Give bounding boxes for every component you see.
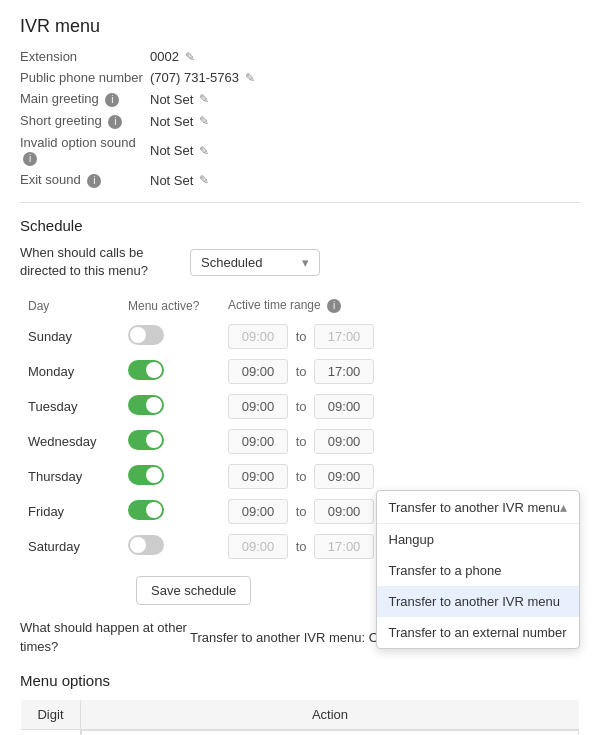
main-greeting-label: Main greeting i xyxy=(20,91,150,107)
short-greeting-info-icon[interactable]: i xyxy=(108,115,122,129)
time-from-input[interactable] xyxy=(228,394,288,419)
exit-sound-info-icon[interactable]: i xyxy=(87,174,101,188)
day-toggle[interactable] xyxy=(128,360,164,380)
menu-options-table: Digit Action 1 Play a recording Transfer… xyxy=(20,699,580,735)
dropdown-header-text: Transfer to another IVR menu xyxy=(389,500,561,515)
invalid-option-info-icon[interactable]: i xyxy=(23,152,37,166)
col-digit: Digit xyxy=(21,699,81,729)
public-phone-edit-icon[interactable]: ✎ xyxy=(245,71,255,85)
day-name: Monday xyxy=(20,354,120,389)
exit-sound-label: Exit sound i xyxy=(20,172,150,188)
time-from-input xyxy=(228,324,288,349)
day-toggle-cell xyxy=(120,389,220,424)
exit-sound-row: Exit sound i Not Set ✎ xyxy=(20,172,580,188)
main-greeting-edit-icon[interactable]: ✎ xyxy=(199,92,209,106)
col-day: Day xyxy=(20,294,120,319)
time-to-input[interactable] xyxy=(314,359,374,384)
schedule-question-row: When should calls be directed to this me… xyxy=(20,244,580,280)
time-to-input[interactable] xyxy=(314,394,374,419)
invalid-option-label: Invalid option sound i xyxy=(20,135,150,166)
day-toggle-cell xyxy=(120,529,220,564)
short-greeting-edit-icon[interactable]: ✎ xyxy=(199,114,209,128)
time-separator: to xyxy=(296,364,307,379)
day-name: Wednesday xyxy=(20,424,120,459)
short-greeting-row: Short greeting i Not Set ✎ xyxy=(20,113,580,129)
day-toggle-cell xyxy=(120,424,220,459)
day-toggle[interactable] xyxy=(128,395,164,415)
schedule-row: Monday to xyxy=(20,354,580,389)
time-to-input[interactable] xyxy=(314,499,374,524)
time-to-input xyxy=(314,534,374,559)
menu-options-title: Menu options xyxy=(20,672,580,689)
action-dropdown-overlay: Transfer to another IVR menu ▴ HangupTra… xyxy=(376,490,581,649)
exit-sound-edit-icon[interactable]: ✎ xyxy=(199,173,209,187)
page-title: IVR menu xyxy=(20,16,580,37)
public-phone-label: Public phone number xyxy=(20,70,150,85)
time-from-input xyxy=(228,534,288,559)
day-time-range: to xyxy=(220,389,580,424)
divider-1 xyxy=(20,202,580,203)
dropdown-header: Transfer to another IVR menu ▴ xyxy=(377,491,580,524)
public-phone-value: (707) 731-5763 xyxy=(150,70,239,85)
main-greeting-info-icon[interactable]: i xyxy=(105,93,119,107)
schedule-dropdown-value: Scheduled xyxy=(201,255,262,270)
time-separator: to xyxy=(296,329,307,344)
day-time-range: to xyxy=(220,424,580,459)
time-from-input[interactable] xyxy=(228,429,288,454)
time-from-input[interactable] xyxy=(228,359,288,384)
extension-value: 0002 xyxy=(150,49,179,64)
day-toggle[interactable] xyxy=(128,500,164,520)
schedule-row: Wednesday to xyxy=(20,424,580,459)
day-name: Thursday xyxy=(20,459,120,494)
time-to-input[interactable] xyxy=(314,429,374,454)
schedule-dropdown[interactable]: Scheduled ▾ xyxy=(190,249,320,276)
day-toggle-cell xyxy=(120,494,220,529)
time-separator: to xyxy=(296,434,307,449)
day-toggle[interactable] xyxy=(128,465,164,485)
schedule-question-text: When should calls be directed to this me… xyxy=(20,244,190,280)
short-greeting-label: Short greeting i xyxy=(20,113,150,129)
extension-label: Extension xyxy=(20,49,150,64)
col-action: Action xyxy=(81,699,580,729)
schedule-row: Tuesday to xyxy=(20,389,580,424)
day-name: Friday xyxy=(20,494,120,529)
col-menu-active: Menu active? xyxy=(120,294,220,319)
short-greeting-value: Not Set xyxy=(150,114,193,129)
day-time-range: to xyxy=(220,319,580,354)
day-toggle[interactable] xyxy=(128,325,164,345)
day-name: Saturday xyxy=(20,529,120,564)
dropdown-item[interactable]: Transfer to a phone xyxy=(377,555,580,586)
invalid-option-value: Not Set xyxy=(150,143,193,158)
menu-digit: 1 xyxy=(21,729,81,735)
day-name: Tuesday xyxy=(20,389,120,424)
dropdown-close-icon[interactable]: ▴ xyxy=(560,499,567,515)
time-from-input[interactable] xyxy=(228,499,288,524)
extension-row: Extension 0002 ✎ xyxy=(20,49,580,64)
extension-edit-icon[interactable]: ✎ xyxy=(185,50,195,64)
dropdown-item[interactable]: Transfer to an external number xyxy=(377,617,580,648)
invalid-option-row: Invalid option sound i Not Set ✎ xyxy=(20,135,580,166)
time-to-input[interactable] xyxy=(314,464,374,489)
day-toggle-cell xyxy=(120,319,220,354)
time-range-info-icon[interactable]: i xyxy=(327,299,341,313)
day-toggle-cell xyxy=(120,459,220,494)
time-separator: to xyxy=(296,504,307,519)
menu-options-header: Digit Action xyxy=(21,699,580,729)
schedule-title: Schedule xyxy=(20,217,580,234)
time-separator: to xyxy=(296,469,307,484)
time-to-input xyxy=(314,324,374,349)
dropdown-item[interactable]: Hangup xyxy=(377,524,580,555)
menu-action-cell: Play a recording Transfer to a phone Tra… xyxy=(81,730,579,735)
day-toggle[interactable] xyxy=(128,430,164,450)
invalid-option-edit-icon[interactable]: ✎ xyxy=(199,144,209,158)
day-toggle-cell xyxy=(120,354,220,389)
day-toggle[interactable] xyxy=(128,535,164,555)
save-schedule-button[interactable]: Save schedule xyxy=(136,576,251,605)
time-from-input[interactable] xyxy=(228,464,288,489)
schedule-row: Sunday to xyxy=(20,319,580,354)
menu-option-row: 1 Play a recording Transfer to a phone T… xyxy=(21,729,580,735)
dropdown-item[interactable]: Transfer to another IVR menu xyxy=(377,586,580,617)
exit-sound-value: Not Set xyxy=(150,173,193,188)
other-times-label: What should happen at other times? xyxy=(20,619,190,655)
day-name: Sunday xyxy=(20,319,120,354)
